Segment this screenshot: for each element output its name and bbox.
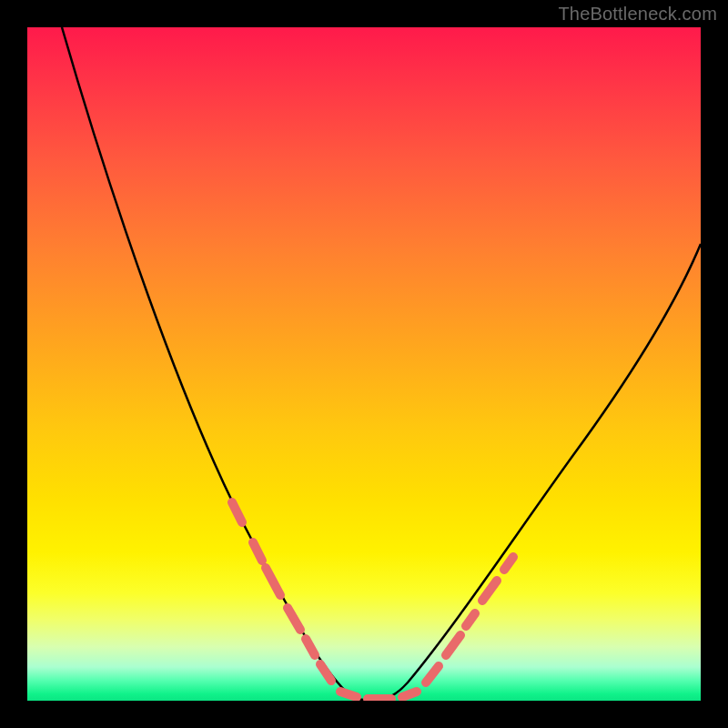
svg-line-4 [306, 639, 315, 655]
svg-line-1 [253, 542, 262, 561]
svg-line-12 [482, 581, 497, 601]
watermark-text: TheBottleneck.com [558, 4, 717, 25]
svg-line-9 [426, 666, 439, 682]
svg-line-2 [266, 568, 280, 595]
svg-line-0 [232, 502, 242, 522]
svg-line-3 [288, 608, 300, 630]
plot-frame [27, 27, 701, 701]
svg-line-13 [504, 557, 513, 570]
svg-line-5 [320, 664, 331, 681]
dash-right [426, 557, 513, 682]
svg-line-6 [340, 692, 357, 697]
dash-floor [340, 692, 417, 699]
curve-layer [27, 27, 701, 701]
right-curve [373, 244, 701, 701]
svg-line-8 [402, 692, 417, 697]
svg-line-11 [466, 613, 475, 626]
left-curve [62, 27, 373, 701]
svg-line-10 [446, 635, 460, 655]
